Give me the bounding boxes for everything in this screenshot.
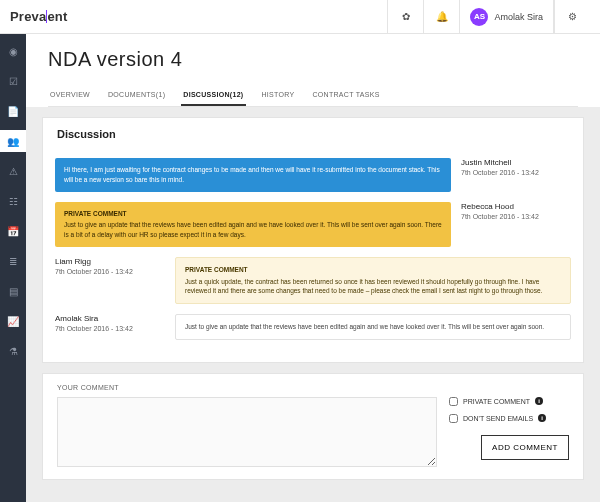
message-author: Liam Rigg — [55, 257, 165, 266]
message-meta: Justin Mitchell7th October 2016 - 13:42 — [461, 158, 571, 176]
discussion-message: Amolak Sira7th October 2016 - 13:42Just … — [55, 314, 571, 340]
comment-textarea[interactable] — [57, 397, 437, 467]
sidebar-item-6[interactable]: 📅 — [0, 220, 26, 242]
discussion-message: Rebecca Hood7th October 2016 - 13:42PRIV… — [55, 202, 571, 247]
gear-icon[interactable]: ⚙ — [554, 0, 590, 34]
message-text: Just a quick update, the contract has be… — [185, 277, 561, 297]
sidebar-item-0[interactable]: ◉ — [0, 40, 26, 62]
sidebar-item-4[interactable]: ⚠ — [0, 160, 26, 182]
sidebar: ◉☑📄👥⚠☷📅≣▤📈⚗ — [0, 34, 26, 502]
private-comment-checkbox[interactable] — [449, 397, 458, 406]
message-time: 7th October 2016 - 13:42 — [55, 268, 165, 275]
topbar: Prevaent ✿ 🔔 AS Amolak Sira ⚙ — [0, 0, 600, 34]
discussion-message: Liam Rigg7th October 2016 - 13:42PRIVATE… — [55, 257, 571, 304]
message-text: Just to give an update that the reviews … — [185, 322, 561, 332]
brand-pre: Preva — [10, 9, 46, 24]
message-bubble: PRIVATE COMMENTJust to give an update th… — [55, 202, 451, 247]
no-email-option[interactable]: DON'T SEND EMAILS i — [449, 414, 569, 423]
sidebar-item-9[interactable]: 📈 — [0, 310, 26, 332]
tabs: OVERVIEWDOCUMENTS(1)DISCUSSION(12)HISTOR… — [48, 85, 578, 107]
no-email-label: DON'T SEND EMAILS — [463, 415, 533, 422]
message-author: Rebecca Hood — [461, 202, 571, 211]
tab-discussion-[interactable]: DISCUSSION(12) — [181, 85, 245, 106]
sidebar-item-8[interactable]: ▤ — [0, 280, 26, 302]
info-icon[interactable]: i — [535, 397, 543, 405]
sidebar-item-2[interactable]: 📄 — [0, 100, 26, 122]
discussion-message: Justin Mitchell7th October 2016 - 13:42H… — [55, 158, 571, 192]
sidebar-item-7[interactable]: ≣ — [0, 250, 26, 272]
private-badge: PRIVATE COMMENT — [185, 265, 561, 275]
tab-overview[interactable]: OVERVIEW — [48, 85, 92, 106]
topbar-actions: ✿ 🔔 AS Amolak Sira ⚙ — [387, 0, 590, 34]
tab-contract-tasks[interactable]: CONTRACT TASKS — [310, 85, 381, 106]
user-name: Amolak Sira — [494, 12, 543, 22]
brand-logo: Prevaent — [10, 9, 387, 24]
add-comment-button[interactable]: ADD COMMENT — [481, 435, 569, 460]
message-time: 7th October 2016 - 13:42 — [461, 169, 571, 176]
message-meta: Amolak Sira7th October 2016 - 13:42 — [55, 314, 165, 332]
content-area: Discussion Justin Mitchell7th October 20… — [26, 107, 600, 502]
no-email-checkbox[interactable] — [449, 414, 458, 423]
discussion-heading: Discussion — [43, 118, 583, 150]
message-meta: Liam Rigg7th October 2016 - 13:42 — [55, 257, 165, 275]
message-bubble: PRIVATE COMMENTJust a quick update, the … — [175, 257, 571, 304]
main: NDA version 4 OVERVIEWDOCUMENTS(1)DISCUS… — [26, 34, 600, 502]
message-bubble: Just to give an update that the reviews … — [175, 314, 571, 340]
info-icon[interactable]: i — [538, 414, 546, 422]
comment-label: YOUR COMMENT — [57, 384, 569, 391]
user-menu[interactable]: AS Amolak Sira — [459, 0, 554, 34]
message-bubble: Hi there, I am just awaiting for the con… — [55, 158, 451, 192]
private-comment-label: PRIVATE COMMENT — [463, 398, 530, 405]
discussion-panel: Discussion Justin Mitchell7th October 20… — [42, 117, 584, 363]
bell-icon[interactable]: 🔔 — [423, 0, 459, 34]
brand-post: ent — [47, 9, 67, 24]
sidebar-item-1[interactable]: ☑ — [0, 70, 26, 92]
sidebar-item-10[interactable]: ⚗ — [0, 340, 26, 362]
sidebar-item-3[interactable]: 👥 — [0, 130, 26, 152]
settings-icon[interactable]: ✿ — [387, 0, 423, 34]
message-time: 7th October 2016 - 13:42 — [461, 213, 571, 220]
message-author: Amolak Sira — [55, 314, 165, 323]
message-time: 7th October 2016 - 13:42 — [55, 325, 165, 332]
comment-form: YOUR COMMENT PRIVATE COMMENT i DON'T SEN… — [42, 373, 584, 480]
tab-documents-[interactable]: DOCUMENTS(1) — [106, 85, 167, 106]
message-meta: Rebecca Hood7th October 2016 - 13:42 — [461, 202, 571, 220]
tab-history[interactable]: HISTORY — [260, 85, 297, 106]
sidebar-item-5[interactable]: ☷ — [0, 190, 26, 212]
page-title: NDA version 4 — [48, 48, 578, 71]
message-author: Justin Mitchell — [461, 158, 571, 167]
message-text: Hi there, I am just awaiting for the con… — [64, 165, 442, 185]
message-text: Just to give an update that the reviews … — [64, 220, 442, 240]
avatar: AS — [470, 8, 488, 26]
private-comment-option[interactable]: PRIVATE COMMENT i — [449, 397, 569, 406]
discussion-messages: Justin Mitchell7th October 2016 - 13:42H… — [43, 150, 583, 362]
private-badge: PRIVATE COMMENT — [64, 209, 442, 219]
